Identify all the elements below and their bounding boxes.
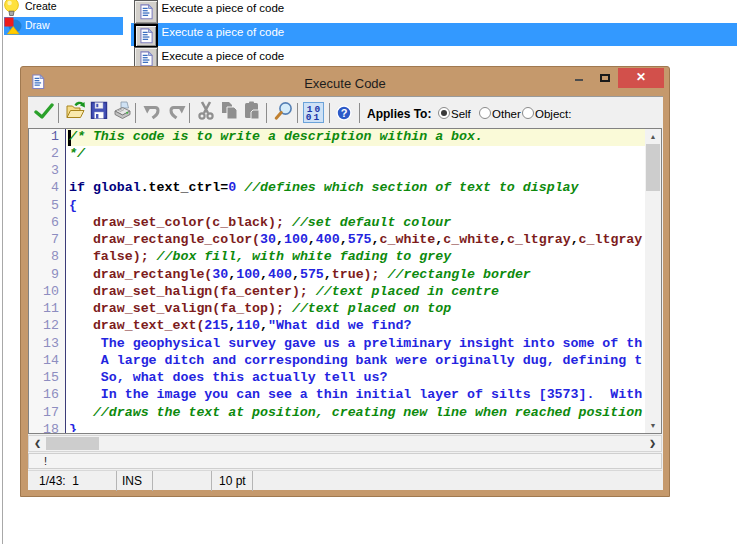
svg-text:?: ? bbox=[341, 107, 348, 119]
